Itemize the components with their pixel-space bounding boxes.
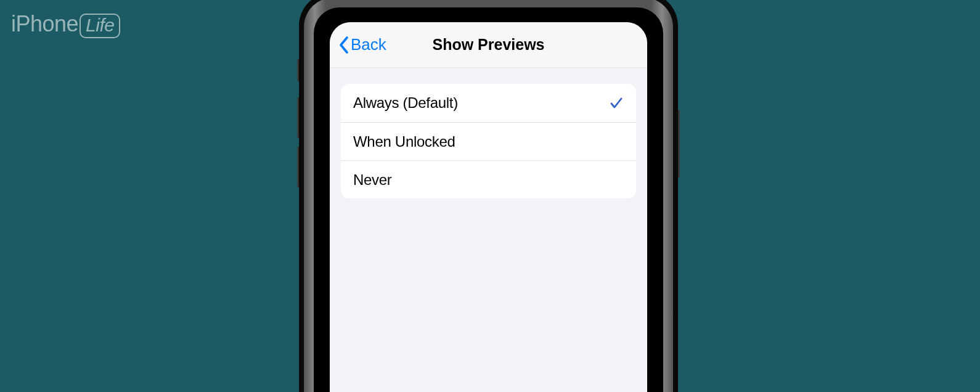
phone-mockup: Back Show Previews Always (Default) bbox=[299, 0, 678, 392]
option-never[interactable]: Never bbox=[341, 160, 636, 198]
phone-screen: Back Show Previews Always (Default) bbox=[330, 22, 647, 392]
options-list: Always (Default) When Unlocked bbox=[341, 84, 636, 198]
phone-frame-outer: Back Show Previews Always (Default) bbox=[299, 0, 678, 392]
back-button[interactable]: Back bbox=[338, 22, 386, 67]
phone-frame-mid: Back Show Previews Always (Default) bbox=[304, 0, 673, 392]
option-always[interactable]: Always (Default) bbox=[341, 84, 636, 122]
watermark-brand-phone: Phone bbox=[16, 11, 79, 37]
watermark-brand-i: i bbox=[11, 11, 16, 37]
content-area: Always (Default) When Unlocked bbox=[330, 68, 647, 198]
option-when-unlocked[interactable]: When Unlocked bbox=[341, 122, 636, 160]
watermark-logo: iPhoneLife bbox=[11, 11, 120, 38]
chevron-left-icon bbox=[338, 36, 349, 54]
phone-frame-inner: Back Show Previews Always (Default) bbox=[314, 7, 663, 392]
watermark-brand-life: Life bbox=[80, 14, 120, 38]
checkmark-icon bbox=[609, 96, 624, 110]
back-label: Back bbox=[351, 35, 386, 54]
option-label: Never bbox=[353, 171, 392, 189]
page-title: Show Previews bbox=[432, 36, 544, 54]
navigation-bar: Back Show Previews bbox=[330, 22, 647, 68]
option-label: When Unlocked bbox=[353, 133, 455, 150]
option-label: Always (Default) bbox=[353, 94, 458, 112]
